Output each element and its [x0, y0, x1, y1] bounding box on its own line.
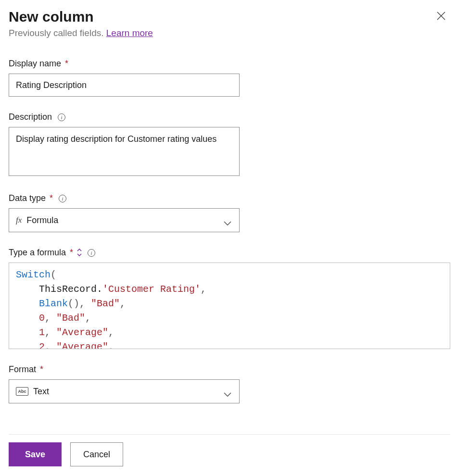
panel-subtitle: Previously called fields. Learn more: [9, 28, 153, 38]
learn-more-link[interactable]: Learn more: [106, 28, 153, 38]
required-indicator: *: [50, 193, 53, 203]
close-button[interactable]: [434, 9, 448, 23]
info-icon[interactable]: i: [58, 113, 65, 121]
format-label: Format*: [9, 364, 448, 375]
subtitle-text: Previously called fields.: [9, 28, 106, 38]
info-icon[interactable]: i: [88, 249, 95, 257]
expand-icon[interactable]: [77, 249, 82, 257]
panel-title: New column: [9, 9, 153, 25]
data-type-value: Formula: [26, 215, 58, 225]
format-value: Text: [33, 387, 49, 397]
display-name-label: Display name*: [9, 59, 448, 69]
chevron-down-icon: [224, 218, 231, 223]
info-icon[interactable]: i: [59, 195, 66, 202]
description-label: Description i: [9, 112, 448, 122]
chevron-down-icon: [224, 389, 231, 394]
button-bar: Save Cancel: [9, 434, 450, 466]
required-indicator: *: [70, 248, 73, 258]
required-indicator: *: [40, 364, 43, 375]
cancel-button[interactable]: Cancel: [70, 442, 123, 466]
display-name-input[interactable]: [9, 74, 240, 97]
formula-editor[interactable]: Switch( ThisRecord.'Customer Rating', Bl…: [9, 263, 450, 349]
data-type-dropdown[interactable]: fx Formula: [9, 208, 240, 232]
save-button[interactable]: Save: [9, 442, 62, 466]
fx-icon: fx: [16, 215, 22, 225]
required-indicator: *: [65, 59, 68, 69]
description-input[interactable]: [9, 127, 240, 176]
abc-icon: Abc: [16, 387, 28, 396]
data-type-label: Data type* i: [9, 193, 448, 203]
formula-label: Type a formula* i: [9, 248, 448, 258]
format-dropdown[interactable]: Abc Text: [9, 379, 240, 403]
close-icon: [437, 12, 445, 20]
